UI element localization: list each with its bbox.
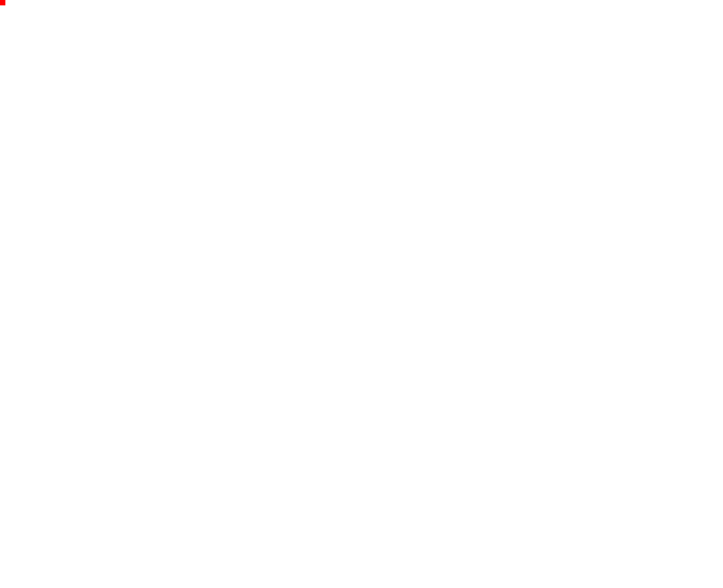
spreadsheet-grid	[0, 0, 708, 566]
